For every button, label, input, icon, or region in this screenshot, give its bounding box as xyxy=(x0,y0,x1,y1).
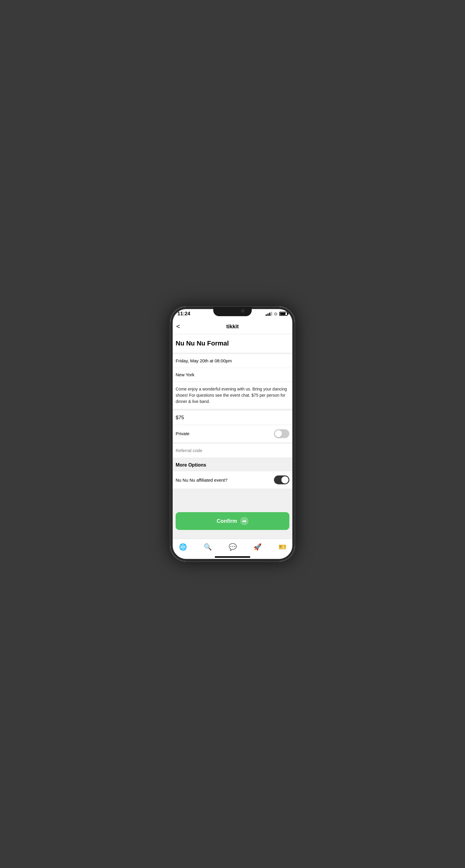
confirm-label: Confirm xyxy=(217,518,237,524)
wifi-icon: ⊙ xyxy=(274,311,278,316)
event-price: $75 xyxy=(176,415,184,421)
tab-bar: 🌐 🔍 💬 🚀 🎫 xyxy=(170,539,295,554)
event-location-row: New York xyxy=(170,368,295,382)
event-title: Nu Nu Nu Formal xyxy=(170,334,295,352)
confirm-button[interactable]: Confirm ➡ xyxy=(176,512,289,530)
chat-icon: 💬 xyxy=(229,543,237,551)
front-camera xyxy=(241,309,245,313)
content-area: Nu Nu Nu Formal Friday, May 20th at 08:0… xyxy=(170,334,295,539)
nav-bar: < tikkit xyxy=(170,319,295,334)
home-indicator xyxy=(170,554,295,561)
home-bar xyxy=(215,556,250,558)
rocket-icon: 🚀 xyxy=(254,543,262,551)
back-button[interactable]: < xyxy=(176,323,187,330)
event-description: Come enjoy a wonderful evening with us. … xyxy=(176,386,287,404)
private-toggle-row: Private xyxy=(170,425,295,442)
referral-input[interactable] xyxy=(176,448,289,453)
affiliated-label: Nu Nu Nu affiliated event? xyxy=(176,477,228,483)
confirm-arrow-icon: ➡ xyxy=(240,517,249,525)
content-spacer xyxy=(170,489,295,506)
tab-search[interactable]: 🔍 xyxy=(200,542,215,552)
more-options-title: More Options xyxy=(176,462,206,467)
phone-frame: 11:24 ⊙ < tikkit Nu Nu Nu For xyxy=(170,307,295,561)
battery-icon xyxy=(279,312,288,316)
search-icon: 🔍 xyxy=(204,543,212,551)
event-price-row: $75 xyxy=(170,411,295,425)
event-description-row: Come enjoy a wonderful evening with us. … xyxy=(170,382,295,409)
event-datetime: Friday, May 20th at 08:00pm xyxy=(176,358,232,363)
more-options-header: More Options xyxy=(170,459,295,471)
event-location: New York xyxy=(176,372,194,377)
signal-icon xyxy=(266,312,272,316)
status-time: 11:24 xyxy=(177,311,190,317)
affiliated-toggle[interactable] xyxy=(274,475,289,484)
private-label: Private xyxy=(176,431,190,436)
referral-row[interactable] xyxy=(170,444,295,457)
tab-ticket[interactable]: 🎫 xyxy=(275,542,290,552)
private-toggle[interactable] xyxy=(274,429,289,438)
tab-chat[interactable]: 💬 xyxy=(225,542,240,552)
notch xyxy=(213,307,252,316)
tab-globe[interactable]: 🌐 xyxy=(175,542,191,552)
globe-icon: 🌐 xyxy=(179,543,187,551)
event-datetime-row: Friday, May 20th at 08:00pm xyxy=(170,354,295,368)
ticket-icon: 🎫 xyxy=(279,543,286,551)
phone-screen: 11:24 ⊙ < tikkit Nu Nu Nu For xyxy=(170,307,295,561)
app-title: tikkit xyxy=(187,323,278,330)
tab-rocket[interactable]: 🚀 xyxy=(250,542,265,552)
status-icons: ⊙ xyxy=(266,311,288,316)
confirm-area: Confirm ➡ xyxy=(170,506,295,539)
toggle-thumb-affiliated xyxy=(281,476,289,484)
affiliated-toggle-row: Nu Nu Nu affiliated event? xyxy=(170,471,295,489)
toggle-thumb-private xyxy=(275,430,282,437)
